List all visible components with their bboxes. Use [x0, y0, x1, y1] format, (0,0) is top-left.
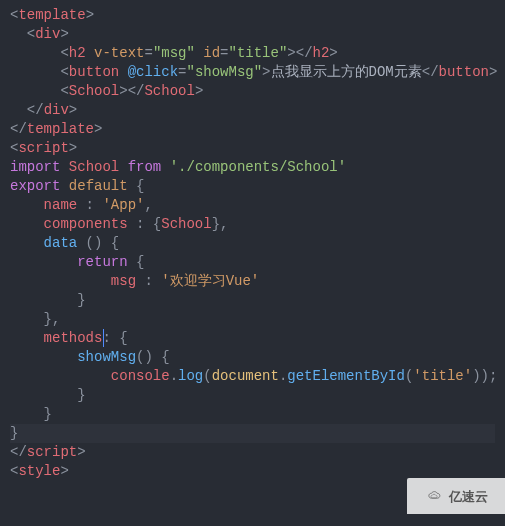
code-line[interactable]: </div> [10, 101, 495, 120]
code-line[interactable]: <button @click="showMsg">点我显示上方的DOM元素</b… [10, 63, 495, 82]
code-line[interactable]: export default { [10, 177, 495, 196]
code-line[interactable]: }, [10, 310, 495, 329]
code-line[interactable]: } [10, 424, 495, 443]
code-editor[interactable]: <template> <div> <h2 v-text="msg" id="ti… [10, 6, 495, 481]
code-line[interactable]: import School from './components/School' [10, 158, 495, 177]
code-line[interactable]: } [10, 386, 495, 405]
code-line[interactable]: components : {School}, [10, 215, 495, 234]
code-line[interactable]: <School></School> [10, 82, 495, 101]
code-line[interactable]: data () { [10, 234, 495, 253]
code-line[interactable]: return { [10, 253, 495, 272]
code-line[interactable]: console.log(document.getElementById('tit… [10, 367, 495, 386]
code-line[interactable]: showMsg() { [10, 348, 495, 367]
code-line[interactable]: <script> [10, 139, 495, 158]
code-line[interactable]: methods: { [10, 329, 495, 348]
code-line[interactable]: <div> [10, 25, 495, 44]
code-line[interactable]: </template> [10, 120, 495, 139]
code-line[interactable]: } [10, 291, 495, 310]
code-line[interactable]: <h2 v-text="msg" id="title"></h2> [10, 44, 495, 63]
watermark-text: 亿速云 [449, 487, 488, 506]
code-line[interactable]: msg : '欢迎学习Vue' [10, 272, 495, 291]
code-line[interactable]: } [10, 405, 495, 424]
code-line[interactable]: </script> [10, 443, 495, 462]
code-line[interactable]: name : 'App', [10, 196, 495, 215]
cloud-icon [425, 489, 447, 503]
code-line[interactable]: <template> [10, 6, 495, 25]
watermark-logo: 亿速云 [407, 478, 505, 514]
